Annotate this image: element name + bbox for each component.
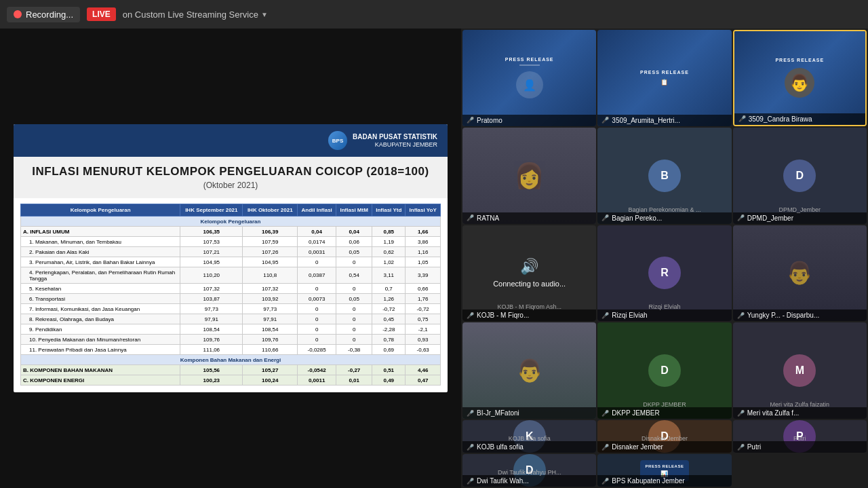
main-content: BPS BADAN PUSAT STATISTIK KABUPATEN JEMB… [0,29,868,488]
pratomo-video: PRESS RELEASE 👤 [462,30,596,126]
disnaker-name-bar: 🎤 Disnaker Jember [597,441,731,453]
dkpp-subtitle: DKPP JEMBER [597,401,731,408]
slide-main-title: INFLASI MENURUT KELOMPOK PENGELUARAN COI… [27,165,434,179]
rizqi-name: Rizqi Elviah [612,312,647,319]
yungky-name: Yungky P... - Disparbu... [747,312,820,319]
candra-mic-icon: 🎤 [738,115,746,122]
dwi-name: Dwi Taufik Wah... [477,477,529,485]
participant-tile-rizqi[interactable]: R 🎤 Rizqi Elviah Rizqi Elviah [597,225,731,322]
table-row: C. KOMPONEN ENERGI 100,23100,240,00110,0… [21,375,441,386]
arumita-name-bar: 🎤 3509_Arumita_Hertri... [597,115,731,126]
top-bar: Recording... LIVE on Custom Live Streami… [0,0,868,29]
yungky-video: 👨 [733,225,867,322]
participant-tile-dkpp[interactable]: D 🎤 DKPP JEMBER DKPP JEMBER [597,322,731,419]
table-row: 7. Informasi, Komunikasi, dan Jasa Keuan… [21,304,441,314]
dwi-subtitle: Dwi Taufik Wahyu PH... [462,469,596,476]
pratomo-name-bar: 🎤 Pratomo [462,115,596,126]
bps-logo: BPS BADAN PUSAT STATISTIK KABUPATEN JEMB… [328,131,437,150]
participant-tile-bagian[interactable]: B 🎤 Bagian Pereko... Bagian Perekonomian… [597,128,731,224]
table-row: 1. Makanan, Minuman, dan Tembakau 107,53… [21,237,441,247]
bagian-subtitle: Bagian Perekonomian & ... [597,206,731,213]
meri-subtitle: Meri vita Zulfa faizatin [733,401,867,408]
participant-tile-dpmd[interactable]: D 🎤 DPMD_Jember DPMD_Jember [733,128,867,224]
bps-kab-mic-icon: 🎤 [601,478,609,485]
table-row: 11. Perawatan Pribadi dan Jasa Lainnya 1… [21,345,441,355]
recording-label: Recording... [26,10,73,20]
meri-mic-icon: 🎤 [737,410,745,417]
participant-tile-arumita[interactable]: PRESS RELEASE 📋 🎤 3509_Arumita_Hertri... [597,30,731,126]
disnaker-mic-icon: 🎤 [601,444,609,451]
participant-tile-dwi[interactable]: D 🎤 Dwi Taufik Wah... Dwi Taufik Wahyu P… [462,454,596,487]
dpmd-name-bar: 🎤 DPMD_Jember [733,212,867,224]
bps-text: BADAN PUSAT STATISTIK KABUPATEN JEMBER [353,132,437,149]
participant-tile-bi[interactable]: 👨 🎤 BI-Jr_MFatoni [462,322,596,419]
data-table: Kelompok Pengeluaran IHK September 2021 … [20,204,441,386]
participant-tile-bps-kab[interactable]: PRESS RELEASE 📊 🎤 BPS Kabupaten Jember [597,454,731,487]
kojb-fiqro-name-bar: 🎤 KOJB - M Fiqro... [462,309,596,321]
col-header-ihk-okt: IHK Oktober 2021 [243,204,298,217]
table-row: 10. Penyedia Makanan dan Minuman/restora… [21,335,441,345]
arumita-name: 3509_Arumita_Hertri... [612,117,680,124]
kojb-fiqro-name: KOJB - M Fiqro... [477,312,529,319]
slide-header: BPS BADAN PUSAT STATISTIK KABUPATEN JEMB… [14,124,448,157]
dpmd-name: DPMD_Jember [747,214,793,222]
yungky-name-bar: 🎤 Yungky P... - Disparbu... [733,309,867,321]
meri-initials: M [783,354,816,387]
streaming-dropdown-arrow[interactable]: ▼ [261,11,268,18]
participant-tile-pratomo[interactable]: PRESS RELEASE 👤 🎤 Pratomo [462,30,596,126]
recording-dot [14,10,22,18]
bagian-mic-icon: 🎤 [601,214,609,221]
col-header-ihk-sep: IHK September 2021 [180,204,243,217]
pratomo-mic-icon: 🎤 [467,117,474,124]
participant-tile-disnaker[interactable]: D 🎤 Disnaker Jember Disnaker Jember [597,420,731,453]
komponen-section-header: Komponen Bahan Makanan dan Energi [21,355,441,365]
col-header-ytd: Inflasi Ytd [372,204,406,217]
ratna-mic-icon: 🎤 [467,214,474,221]
dwi-mic-icon: 🎤 [467,478,474,485]
presentation-panel: BPS BADAN PUSAT STATISTIK KABUPATEN JEMB… [0,29,461,488]
kojb-ulfa-mic-icon: 🎤 [467,444,474,451]
kojb-fiqro-subtitle: KOJB - M Fiqrom Ash... [462,303,596,310]
putri-name: Putri [747,443,762,451]
kojb-ulfa-subtitle: KOJB ulfa sofia [462,435,596,442]
putri-name-bar: 🎤 Putri [733,441,867,453]
candra-video: PRESS RELEASE 👨 [734,31,865,125]
live-badge: LIVE [87,7,116,21]
participant-tile-yungky[interactable]: 👨 🎤 Yungky P... - Disparbu... [733,225,867,322]
dkpp-mic-icon: 🎤 [601,410,609,417]
col-header-yoy: Inflasi YoY [406,204,441,217]
participant-tile-kojb-fiqro[interactable]: 🔊 Connecting to audio... 🎤 KOJB - M Fiqr… [462,225,596,322]
rizqi-name-bar: 🎤 Rizqi Elviah [597,309,731,321]
participant-tile-putri[interactable]: P 🎤 Putri Putri [733,420,867,453]
table-row: 4. Perlengkapan, Peralatan, dan Pemeliha… [21,267,441,284]
ratna-name-bar: 🎤 RATNA [462,212,596,224]
dkpp-initials: D [648,354,681,387]
slide-title-area: INFLASI MENURUT KELOMPOK PENGELUARAN COI… [14,157,448,198]
dpmd-mic-icon: 🎤 [737,214,745,221]
bagian-initials: B [648,159,681,192]
bi-mic-icon: 🎤 [467,410,474,417]
participant-tile-candra[interactable]: PRESS RELEASE 👨 🎤 3509_Candra Birawa [733,30,867,126]
yungky-mic-icon: 🎤 [737,312,745,319]
pratomo-name: Pratomo [477,117,502,124]
rizqi-subtitle: Rizqi Elviah [597,303,731,310]
candra-name-bar: 🎤 3509_Candra Birawa [734,113,865,125]
candra-name: 3509_Candra Birawa [749,115,812,123]
dpmd-subtitle: DPMD_Jember [733,206,867,213]
disnaker-name: Disnaker Jember [612,443,663,451]
slide-table-wrapper: Kelompok Pengeluaran IHK September 2021 … [14,198,448,392]
dkpp-name: DKPP JEMBER [612,409,659,417]
col-header-andil: Andil Inflasi [298,204,336,217]
participant-tile-kojb-ulfa[interactable]: K 🎤 KOJB ulfa sofia KOJB ulfa sofia [462,420,596,453]
table-row: A. INFLASI UMUM 106,35 106,39 0,04 0,04 … [21,227,441,237]
participant-tile-meri[interactable]: M 🎤 Meri vita Zulfa f... Meri vita Zulfa… [733,322,867,419]
bps-kab-name: BPS Kabupaten Jember [612,477,684,485]
slide-container: BPS BADAN PUSAT STATISTIK KABUPATEN JEMB… [14,124,448,392]
slide-subtitle: (Oktober 2021) [27,181,434,190]
rizqi-mic-icon: 🎤 [601,312,609,319]
streaming-service-label: on Custom Live Streaming Service ▼ [123,10,268,20]
putri-subtitle: Putri [733,435,867,442]
bagian-name-bar: 🎤 Bagian Pereko... [597,212,731,224]
participant-tile-ratna[interactable]: 👩 🎤 RATNA [462,128,596,224]
disnaker-subtitle: Disnaker Jember [597,435,731,442]
